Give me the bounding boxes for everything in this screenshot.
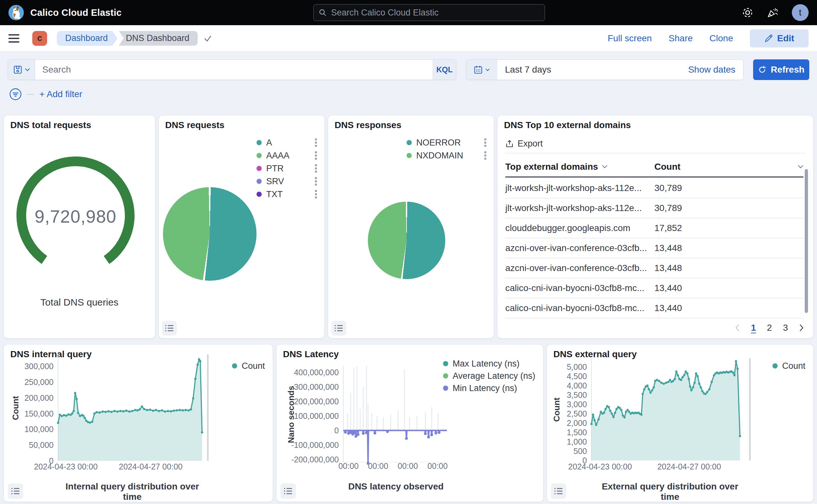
legend-dot (257, 153, 262, 158)
page-button-2[interactable]: 2 (767, 323, 772, 333)
party-popper-icon (767, 7, 778, 18)
legend: Max Latency (ns)Average Latency (ns)Min … (443, 358, 535, 394)
cell-count: 13,440 (654, 283, 803, 293)
y-tick: 1,000 (567, 437, 587, 446)
legend-actions-button[interactable] (314, 164, 318, 173)
edit-button[interactable]: Edit (750, 29, 809, 47)
table-row[interactable]: calico-cni-ivan-byocni-03cfb8-mc...13,44… (505, 298, 803, 318)
legend-item[interactable]: Min Latency (ns) (443, 382, 535, 394)
legend-item[interactable]: NXDOMAIN (407, 149, 487, 162)
legend-toggle-button[interactable] (551, 483, 566, 499)
saved-query-menu-button[interactable] (8, 60, 35, 80)
space-badge[interactable]: c (32, 31, 47, 46)
full-screen-button[interactable]: Full screen (608, 33, 652, 44)
y-tick: 200,000 (25, 393, 54, 402)
panel-title: DNS Top 10 external domains (504, 120, 631, 130)
refresh-button[interactable]: Refresh (753, 59, 809, 80)
legend-item[interactable]: Average Latency (ns) (443, 370, 535, 382)
query-search-placeholder: Search (42, 65, 71, 75)
next-page-button[interactable] (799, 324, 804, 332)
table-row[interactable]: azcni-over-ivan-conference-03cfb...13,44… (505, 238, 803, 258)
page-button-1[interactable]: 1 (751, 323, 756, 333)
table-header: Top external domains Count (505, 157, 803, 177)
app-title: Calico Cloud Elastic (30, 7, 122, 18)
y-tick: 2,500 (567, 409, 587, 418)
clone-button[interactable]: Clone (710, 33, 733, 44)
dns-requests-pie-chart[interactable] (163, 187, 257, 281)
whats-new-button[interactable] (767, 7, 778, 18)
table-row[interactable]: azcni-over-ivan-conference-03cfb...13,44… (505, 258, 803, 278)
panel-dns-internal-query: DNS internal query Count 050,000100,0001… (4, 345, 273, 502)
legend-item[interactable]: Count (232, 359, 265, 372)
y-tick: 0 (334, 426, 339, 435)
cell-domain: jlt-worksh-jlt-workshop-aks-112e... (505, 203, 654, 213)
table-scrollbar[interactable] (805, 169, 808, 313)
table-row[interactable]: jlt-worksh-jlt-workshop-aks-112e...30,78… (505, 198, 803, 218)
legend-toggle-button[interactable] (162, 321, 177, 336)
time-range-value[interactable]: Last 7 days (497, 60, 688, 80)
global-search-input[interactable]: Search Calico Cloud Elastic (313, 4, 545, 21)
legend-actions-button[interactable] (314, 138, 318, 147)
x-tick: 2024-04-27 00:00 (657, 462, 721, 471)
legend-actions-button[interactable] (483, 138, 487, 147)
query-search-input[interactable]: Search (35, 60, 433, 80)
legend-item[interactable]: PTR (257, 162, 318, 175)
legend-item[interactable]: A (257, 136, 318, 149)
table-row[interactable]: clouddebugger.googleapis.com17,852 (505, 218, 803, 238)
legend-actions-button[interactable] (314, 151, 318, 160)
cell-count: 30,789 (654, 203, 803, 213)
calico-logo[interactable] (8, 5, 24, 20)
legend-item[interactable]: SRV (257, 175, 318, 188)
internal-query-area-chart[interactable]: 050,000100,000150,000200,000250,000300,0… (4, 354, 212, 473)
legend-item[interactable]: Max Latency (ns) (443, 358, 535, 370)
latency-line-chart[interactable]: 400,000,000300,000,000200,000,000100,000… (277, 366, 457, 472)
legend-item[interactable]: NOERROR (407, 136, 487, 149)
column-header-count[interactable]: Count (654, 162, 803, 172)
table-body: jlt-worksh-jlt-workshop-aks-112e...30,78… (505, 178, 803, 318)
cell-count: 13,448 (654, 243, 803, 253)
add-filter-button[interactable]: + Add filter (39, 89, 82, 99)
legend-actions-button[interactable] (314, 177, 318, 186)
share-button[interactable]: Share (669, 33, 693, 44)
table-row[interactable]: jlt-worksh-jlt-workshop-aks-112e...30,78… (505, 178, 803, 198)
kql-language-button[interactable]: KQL (433, 60, 456, 80)
cell-count: 30,789 (654, 183, 803, 193)
dns-responses-pie-chart[interactable] (368, 202, 445, 279)
date-quick-menu-button[interactable] (466, 60, 497, 80)
filter-menu-button[interactable] (9, 88, 22, 101)
panel-title: DNS total requests (10, 120, 91, 130)
legend-item[interactable]: Count (772, 359, 805, 372)
user-avatar[interactable]: t (792, 4, 809, 21)
help-button[interactable] (742, 7, 753, 18)
legend-toggle-button[interactable] (280, 483, 296, 499)
chart-caption: External query distribution over time (591, 481, 749, 502)
column-header-domains[interactable]: Top external domains (505, 162, 654, 172)
legend-item[interactable]: TXT (257, 188, 318, 201)
legend-label: TXT (266, 189, 283, 199)
legend-label: Min Latency (ns) (453, 383, 517, 393)
table-row[interactable]: calico-cni-ivan-byocni-03cfb8-mc...13,44… (505, 278, 803, 298)
menu-button[interactable] (8, 34, 19, 43)
x-tick: 2024-04-23 00:00 (34, 462, 97, 471)
legend-toggle-button[interactable] (331, 321, 346, 336)
top-header: Calico Cloud Elastic Search Calico Cloud… (0, 0, 817, 25)
legend-actions-button[interactable] (314, 190, 318, 199)
filter-divider (27, 94, 34, 95)
panel-dns-total-requests: DNS total requests 9,720,980 Total DNS q… (4, 116, 155, 338)
external-query-area-chart[interactable]: 05001,0001,5002,0002,5003,0003,5004,0004… (547, 358, 754, 473)
gauge-label: Total DNS queries (4, 297, 155, 308)
y-tick: 4,500 (567, 372, 587, 381)
legend: Count (232, 359, 265, 372)
show-dates-button[interactable]: Show dates (688, 60, 743, 80)
legend-dot (407, 140, 412, 145)
legend-actions-button[interactable] (483, 151, 487, 160)
legend-toggle-button[interactable] (8, 483, 23, 499)
breadcrumb-dashboard[interactable]: Dashboard (57, 31, 112, 46)
panel-top-external-domains: DNS Top 10 external domains Export Top e… (498, 116, 813, 338)
export-button[interactable]: Export (505, 139, 543, 149)
chevron-right-icon (799, 324, 804, 332)
page-button-3[interactable]: 3 (783, 323, 788, 333)
legend-item[interactable]: AAAA (257, 149, 318, 162)
prev-page-button[interactable] (735, 324, 740, 332)
edit-label: Edit (777, 33, 794, 44)
